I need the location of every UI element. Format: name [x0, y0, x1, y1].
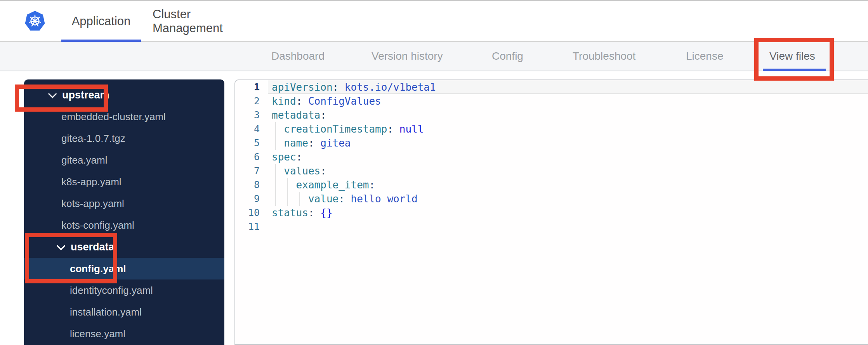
code-line-5: 5 name: gitea [235, 136, 868, 150]
tree-file-config.yaml[interactable]: config.yaml [24, 258, 224, 279]
tree-folder-upstream[interactable]: upstream [24, 84, 224, 106]
app-nav: Dashboard Version history Config Trouble… [0, 42, 868, 71]
tab-troubleshoot[interactable]: Troubleshoot [573, 42, 635, 71]
code-text: creationTimestamp: null [268, 122, 868, 136]
code-line-8: 8 example_item: [235, 178, 868, 192]
tree-file-kots-app.yaml[interactable]: kots-app.yaml [24, 193, 224, 214]
code-line-11: 11 [235, 220, 868, 234]
code-text: value: hello world [268, 192, 868, 206]
tree-file-gitea.yaml[interactable]: gitea.yaml [24, 149, 224, 171]
primary-nav: Application Cluster Management [0, 1, 868, 42]
code-text: metadata: [268, 108, 868, 122]
line-number: 11 [235, 220, 268, 234]
line-number: 7 [235, 164, 268, 178]
line-number: 6 [235, 150, 268, 164]
code-line-9: 9 value: hello world [235, 192, 868, 206]
tab-view-files[interactable]: View files [769, 42, 815, 71]
code-line-3: 3metadata: [235, 108, 868, 122]
code-line-7: 7 values: [235, 164, 868, 178]
code-text: kind: ConfigValues [268, 94, 868, 108]
code-text: spec: [268, 150, 868, 164]
tab-config-label: Config [492, 50, 523, 62]
tab-application[interactable]: Application [61, 1, 141, 41]
chevron-down-icon[interactable] [48, 90, 57, 98]
tab-config[interactable]: Config [492, 42, 523, 71]
code-line-2: 2kind: ConfigValues [235, 94, 868, 108]
tab-view-files-label: View files [769, 50, 815, 62]
tree-item-label: embedded-cluster.yaml [61, 111, 166, 123]
tree-item-label: license.yaml [70, 328, 125, 340]
tree-item-label: kots-app.yaml [61, 198, 124, 210]
code-editor[interactable]: 1apiVersion: kots.io/v1beta12kind: Confi… [234, 79, 868, 345]
tab-dashboard-label: Dashboard [271, 50, 325, 62]
indent-guide [275, 122, 276, 136]
tree-file-license.yaml[interactable]: license.yaml [24, 323, 224, 345]
code-text: values: [268, 164, 868, 178]
tree-item-label: userdata [71, 241, 115, 253]
active-tab-underline [763, 69, 826, 71]
tree-file-installation.yaml[interactable]: installation.yaml [24, 301, 224, 323]
tree-item-label: kots-config.yaml [61, 219, 134, 231]
line-number: 10 [235, 206, 268, 220]
tree-item-label: config.yaml [70, 263, 126, 275]
tab-license[interactable]: License [686, 42, 724, 71]
tree-file-kots-config.yaml[interactable]: kots-config.yaml [24, 214, 224, 236]
code-text: name: gitea [268, 136, 868, 150]
line-number: 3 [235, 108, 268, 122]
code-text: apiVersion: kots.io/v1beta1 [268, 80, 868, 94]
tab-dashboard[interactable]: Dashboard [271, 42, 325, 71]
indent-guide [275, 178, 276, 192]
code-line-10: 10status: {} [235, 206, 868, 220]
code-lines: 1apiVersion: kots.io/v1beta12kind: Confi… [235, 80, 868, 234]
tree-folder-userdata[interactable]: userdata [24, 236, 224, 258]
code-line-6: 6spec: [235, 150, 868, 164]
line-number: 9 [235, 192, 268, 206]
code-text: example_item: [268, 178, 868, 192]
kubernetes-logo-icon [24, 10, 45, 32]
tree-item-label: gitea-1.0.7.tgz [61, 133, 125, 145]
tree-file-identityconfig.yaml[interactable]: identityconfig.yaml [24, 279, 224, 301]
code-text: status: {} [268, 206, 868, 220]
code-line-4: 4 creationTimestamp: null [235, 122, 868, 136]
line-number: 2 [235, 94, 268, 108]
line-number: 4 [235, 122, 268, 136]
tab-troubleshoot-label: Troubleshoot [573, 50, 635, 62]
indent-guide [275, 192, 276, 206]
tree-item-label: installation.yaml [70, 306, 142, 318]
indent-guide [287, 178, 288, 192]
indent-guide [287, 192, 288, 206]
indent-guide [299, 192, 300, 206]
chevron-down-icon[interactable] [57, 242, 66, 250]
tree-file-embedded-cluster.yaml[interactable]: embedded-cluster.yaml [24, 106, 224, 128]
kots-admin-console: Application Cluster Management Dashboard… [0, 0, 868, 345]
tab-application-label: Application [72, 14, 131, 28]
indent-guide [275, 136, 276, 150]
tree-item-label: identityconfig.yaml [70, 285, 153, 297]
tree-item-label: upstream [62, 89, 109, 101]
tab-cluster-management[interactable]: Cluster Management [153, 1, 258, 41]
line-number: 5 [235, 136, 268, 150]
tab-version-history[interactable]: Version history [372, 42, 443, 71]
file-tree: upstreamembedded-cluster.yamlgitea-1.0.7… [24, 79, 224, 345]
tab-license-label: License [686, 50, 724, 62]
code-text [268, 220, 868, 234]
tree-file-gitea-1.0.7.tgz[interactable]: gitea-1.0.7.tgz [24, 128, 224, 149]
tree-file-k8s-app.yaml[interactable]: k8s-app.yaml [24, 171, 224, 193]
tab-cluster-management-label: Cluster Management [153, 7, 258, 35]
tree-item-label: gitea.yaml [61, 154, 108, 166]
line-number: 8 [235, 178, 268, 192]
indent-guide [275, 164, 276, 178]
line-number: 1 [235, 80, 268, 94]
tab-version-history-label: Version history [372, 50, 443, 62]
code-line-1: 1apiVersion: kots.io/v1beta1 [235, 80, 868, 94]
tree-item-label: k8s-app.yaml [61, 176, 122, 188]
